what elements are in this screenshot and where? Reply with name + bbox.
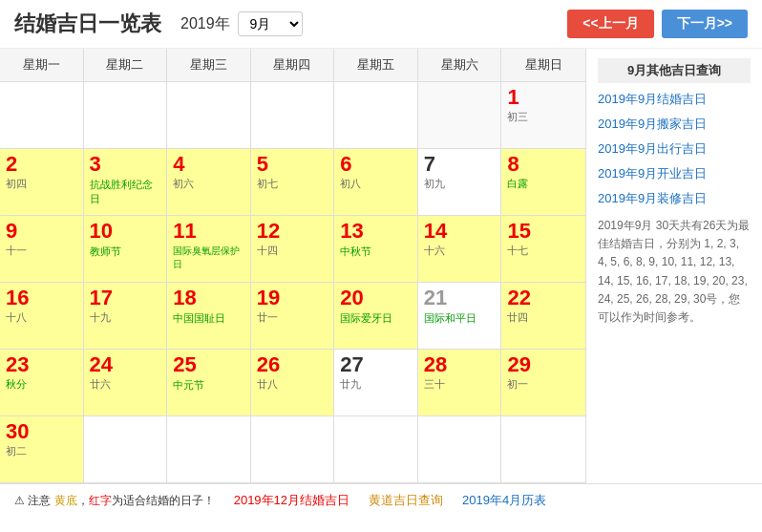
table-row: 6初八 xyxy=(334,149,418,216)
cell-day: 2 xyxy=(6,154,77,175)
table-row: 2初四 xyxy=(0,149,84,216)
cell-lunar: 廿八 xyxy=(257,377,328,392)
sidebar-link-3[interactable]: 2019年9月开业吉日 xyxy=(598,165,751,182)
table-row: 19廿一 xyxy=(251,283,335,350)
cell-day: 27 xyxy=(340,354,412,375)
cell-day: 14 xyxy=(424,221,496,242)
footer-link-3[interactable]: 2019年4月历表 xyxy=(462,492,546,509)
table-row: 27廿九 xyxy=(334,350,418,416)
table-row: 25中元节 xyxy=(167,350,251,416)
table-row: 15十七 xyxy=(501,216,585,283)
cell-day: 9 xyxy=(6,221,77,242)
red-text: 红字 xyxy=(89,494,112,507)
calendar: 星期一 星期二 星期三 星期四 星期五 星期六 星期日 1初三2初四3抗战胜利纪… xyxy=(0,49,585,483)
cell-day: 6 xyxy=(340,154,412,175)
table-row: 22廿四 xyxy=(501,283,585,350)
table-row: 5初七 xyxy=(251,149,335,216)
table-row: 12十四 xyxy=(251,216,335,283)
table-row xyxy=(334,82,418,149)
sidebar-link-2[interactable]: 2019年9月出行吉日 xyxy=(598,140,751,158)
cell-day: 7 xyxy=(424,154,496,175)
table-row: 4初六 xyxy=(167,149,251,216)
table-row: 20国际爱牙日 xyxy=(334,283,418,350)
table-row xyxy=(418,82,502,149)
cell-day: 1 xyxy=(507,87,580,108)
cell-lunar: 初八 xyxy=(340,177,412,191)
warn-icon: ⚠ xyxy=(14,494,25,507)
weekday-wed: 星期三 xyxy=(167,49,251,81)
cell-lunar: 廿九 xyxy=(340,377,412,392)
cell-lunar: 初九 xyxy=(424,177,496,191)
month-select[interactable]: 9月 1月2月3月 4月5月6月 7月8月10月 11月12月 xyxy=(238,11,303,36)
cell-day: 28 xyxy=(424,354,496,375)
header: 结婚吉日一览表 2019年 9月 1月2月3月 4月5月6月 7月8月10月 1… xyxy=(0,0,762,49)
table-row: 23秋分 xyxy=(0,350,84,416)
cell-lunar: 廿一 xyxy=(257,310,328,325)
weekday-tue: 星期二 xyxy=(84,49,168,81)
table-row: 26廿八 xyxy=(251,350,335,416)
cell-day: 24 xyxy=(90,354,161,375)
table-row xyxy=(334,416,418,483)
table-row xyxy=(84,82,168,149)
table-row xyxy=(0,82,84,149)
sidebar-link-1[interactable]: 2019年9月搬家吉日 xyxy=(598,116,751,133)
sidebar: 9月其他吉日查询 2019年9月结婚吉日 2019年9月搬家吉日 2019年9月… xyxy=(585,49,762,483)
footer-link-2[interactable]: 黄道吉日查询 xyxy=(369,492,443,509)
cell-lunar: 十八 xyxy=(6,310,77,325)
cell-lunar: 秋分 xyxy=(6,377,77,392)
table-row xyxy=(418,416,502,483)
footer-note: ⚠ 注意 黄底，红字为适合结婚的日子！ xyxy=(14,493,215,509)
cell-lunar: 廿四 xyxy=(507,310,580,325)
table-row: 11国际臭氧层保护日 xyxy=(167,216,251,283)
table-row: 30初二 xyxy=(0,416,84,483)
footer: ⚠ 注意 黄底，红字为适合结婚的日子！ 2019年12月结婚吉日 黄道吉日查询 … xyxy=(0,483,762,517)
cell-day: 15 xyxy=(507,221,580,242)
next-month-button[interactable]: 下一月>> xyxy=(662,10,748,38)
cell-day: 22 xyxy=(507,287,580,309)
weekday-thu: 星期四 xyxy=(251,49,335,81)
table-row: 18中国国耻日 xyxy=(167,283,251,350)
table-row: 14十六 xyxy=(418,216,502,283)
table-row xyxy=(501,416,585,483)
year-label: 2019年 xyxy=(180,14,230,34)
table-row: 9十一 xyxy=(0,216,84,283)
table-row xyxy=(84,416,168,483)
cell-lunar: 廿六 xyxy=(90,377,161,392)
table-row: 10教师节 xyxy=(84,216,168,283)
cell-day: 23 xyxy=(6,354,77,375)
table-row xyxy=(167,82,251,149)
cell-lunar: 初六 xyxy=(173,177,244,191)
cell-lunar: 初三 xyxy=(507,110,580,124)
cell-lunar: 三十 xyxy=(424,377,496,392)
yellow-text: 黄底 xyxy=(54,494,77,507)
cell-lunar: 初二 xyxy=(6,444,77,458)
cell-lunar: 十七 xyxy=(507,244,580,258)
weekday-headers: 星期一 星期二 星期三 星期四 星期五 星期六 星期日 xyxy=(0,49,585,82)
table-row: 21国际和平日 xyxy=(418,283,502,350)
table-row: 8白露 xyxy=(501,149,585,216)
sidebar-link-0[interactable]: 2019年9月结婚吉日 xyxy=(598,91,751,108)
cell-lunar: 初七 xyxy=(257,177,328,191)
calendar-grid: 1初三2初四3抗战胜利纪念日4初六5初七6初八7初九8白露9十一10教师节11国… xyxy=(0,82,585,483)
cell-lunar: 白露 xyxy=(507,177,580,191)
cell-lunar: 初四 xyxy=(6,177,77,191)
cell-lunar: 十四 xyxy=(257,244,328,258)
table-row: 28三十 xyxy=(418,350,502,416)
cell-lunar: 十一 xyxy=(6,244,77,258)
table-row xyxy=(251,82,335,149)
table-row: 3抗战胜利纪念日 xyxy=(84,149,168,216)
cell-day: 26 xyxy=(257,354,328,375)
cell-day: 12 xyxy=(257,221,328,242)
table-row: 7初九 xyxy=(418,149,502,216)
cell-lunar: 十九 xyxy=(90,310,161,325)
cell-day: 29 xyxy=(507,354,580,375)
cell-day: 16 xyxy=(6,287,77,309)
footer-link-1[interactable]: 2019年12月结婚吉日 xyxy=(234,492,349,509)
sidebar-link-4[interactable]: 2019年9月装修吉日 xyxy=(598,190,751,207)
cell-lunar: 十六 xyxy=(424,244,496,258)
weekday-sat: 星期六 xyxy=(418,49,502,81)
prev-month-button[interactable]: <<上一月 xyxy=(567,10,653,38)
cell-day: 19 xyxy=(257,287,328,309)
cell-day: 30 xyxy=(6,421,77,442)
table-row: 16十八 xyxy=(0,283,84,350)
